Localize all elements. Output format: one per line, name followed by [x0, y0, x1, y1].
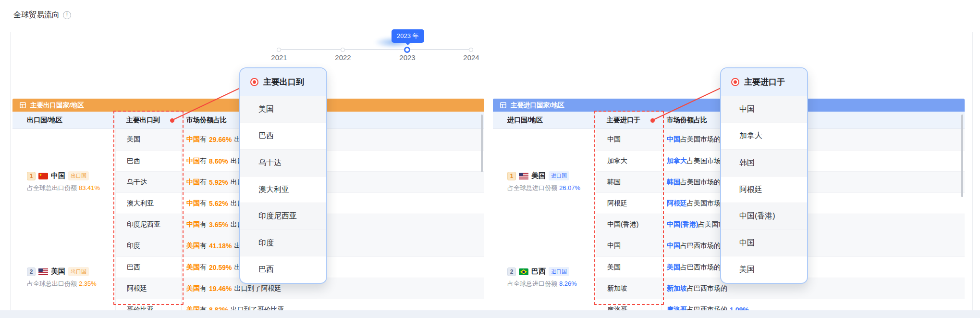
share-pct: 5.62%	[209, 200, 228, 207]
popup-item[interactable]: 中国	[721, 229, 807, 256]
share-cell: 阿根廷占美国市场的	[662, 193, 965, 214]
import-popup-items: 中国加拿大韩国阿根廷中国(香港)中国美国	[721, 96, 807, 283]
popup-item[interactable]: 中国	[721, 96, 807, 123]
share-mid: 占美国市场的	[680, 178, 721, 187]
table-icon	[19, 102, 26, 109]
import-from-column-highlight	[594, 111, 664, 305]
share-country: 美国	[186, 305, 200, 311]
share-pct: 1.09%	[730, 306, 749, 311]
country-name: 中国	[51, 171, 65, 180]
share-country: 阿根廷	[667, 199, 687, 208]
share-mid: 有	[200, 305, 207, 311]
share-cell: 中国占巴西市场的	[662, 235, 965, 256]
country-role-tag: 进口国	[549, 267, 569, 276]
share-cell: 中国(香港)占美国市场的	[662, 214, 965, 235]
popup-item[interactable]: 印度	[240, 229, 326, 256]
export-popup-header: 主要出口到	[240, 68, 326, 96]
share-mid: 占巴西市场的	[680, 242, 721, 250]
popup-item[interactable]: 美国	[721, 256, 807, 283]
share-cell: 中国有29.66%出口到了美国	[182, 129, 484, 150]
share-tail: 出口到了阿根廷	[234, 284, 281, 293]
share-mid: 有	[200, 220, 207, 229]
share-country: 韩国	[667, 178, 680, 187]
share-country: 摩洛哥	[667, 305, 687, 311]
year-slider-track[interactable]	[279, 49, 471, 50]
year-dot-2022[interactable]	[341, 48, 345, 52]
flag-icon-br	[519, 268, 528, 275]
share-cell: 新加坡占巴西市场的	[662, 278, 965, 299]
share-mid: 有	[200, 157, 207, 165]
share-cell: 中国占美国市场的	[662, 129, 965, 150]
share-country: 美国	[186, 242, 200, 250]
year-tooltip: 2023 年	[392, 29, 424, 43]
export-to-column-highlight	[113, 111, 184, 305]
year-dot-2021[interactable]	[277, 48, 281, 52]
flag-icon-us	[519, 173, 528, 179]
share-cell: 美国占巴西市场的	[662, 257, 965, 278]
year-label-2023[interactable]: 2023	[388, 53, 427, 62]
share-country: 中国(香港)	[667, 220, 698, 229]
import-popup-header: 主要进口于	[721, 68, 807, 96]
popup-item[interactable]: 澳大利亚	[240, 176, 326, 203]
share-mid: 占巴西市场的	[687, 284, 727, 293]
popup-item[interactable]: 加拿大	[721, 123, 807, 150]
share-mid: 有	[200, 263, 207, 272]
country-cell: 2巴西进口国占全球总进口份额8.26%	[493, 235, 596, 310]
export-table-scrollbar[interactable]	[481, 114, 483, 172]
rank-badge: 2	[507, 267, 516, 276]
popup-item[interactable]: 阿根廷	[721, 176, 807, 203]
export-to-popup: 主要出口到 美国巴西乌干达澳大利亚印度尼西亚印度巴西	[239, 67, 327, 284]
year-label-2022[interactable]: 2022	[324, 53, 362, 62]
share-cell: 韩国占美国市场的	[662, 172, 965, 192]
share-country: 中国	[186, 178, 200, 187]
year-dot-2023-active[interactable]	[404, 47, 410, 53]
share-country: 中国	[186, 220, 200, 229]
popup-item[interactable]: 巴西	[240, 256, 326, 283]
share-tail: 出口到了哥伦比亚	[231, 305, 284, 311]
table-icon	[500, 102, 507, 109]
rank-badge: 1	[507, 172, 516, 180]
col-market-share: 市场份额占比	[662, 116, 965, 125]
popup-item[interactable]: 巴西	[240, 123, 326, 150]
share-cell: 美国有41.18%出口到了印度	[182, 235, 484, 256]
import-table-scrollbar[interactable]	[961, 114, 963, 197]
share-country: 中国	[667, 242, 680, 250]
country-cell: 2美国出口国占全球总出口份额2.35%	[12, 235, 115, 310]
page-bottom-strip	[0, 310, 980, 318]
popup-item[interactable]: 美国	[240, 96, 326, 123]
import-from-popup: 主要进口于 中国加拿大韩国阿根廷中国(香港)中国美国	[720, 67, 808, 284]
share-pct: 19.46%	[209, 285, 232, 293]
share-cell: 美国有19.46%出口到了阿根廷	[182, 278, 484, 299]
info-icon[interactable]: !	[63, 11, 71, 19]
rank-badge: 1	[27, 172, 36, 180]
share-mid: 有	[200, 242, 207, 250]
global-share-text: 占全球总出口份额2.35%	[27, 280, 115, 288]
trade-flow-page: 全球贸易流向 ! 2021 2022 2023 2024 2023 年 主要出口…	[0, 0, 980, 318]
country-role-tag: 进口国	[549, 171, 569, 180]
year-dot-2024[interactable]	[469, 48, 473, 52]
share-country: 中国	[186, 199, 200, 208]
popup-item[interactable]: 印度尼西亚	[240, 203, 326, 229]
share-country: 中国	[667, 135, 680, 144]
global-share-text: 占全球总进口份额8.26%	[507, 280, 596, 288]
popup-item[interactable]: 乌干达	[240, 149, 326, 176]
popup-item[interactable]: 中国(香港)	[721, 203, 807, 229]
country-cell: 1美国进口国占全球总进口份额26.07%	[493, 129, 596, 235]
global-share-pct: 2.35%	[79, 280, 97, 287]
share-mid: 有	[200, 178, 207, 187]
country-name: 巴西	[531, 267, 546, 276]
popup-item[interactable]: 韩国	[721, 149, 807, 176]
share-cell: 加拿大占美国市场的	[662, 151, 965, 171]
flag-icon-us	[38, 268, 48, 275]
share-cell: 中国有5.92%出口到了乌干达	[182, 172, 484, 192]
global-share-pct: 83.41%	[79, 184, 100, 191]
share-pct: 8.82%	[209, 306, 228, 311]
global-share-pct: 8.26%	[559, 280, 577, 287]
country-name: 美国	[531, 171, 546, 180]
page-title: 全球贸易流向 !	[13, 10, 71, 20]
share-cell: 中国有5.62%出口到了澳大利亚	[182, 193, 484, 214]
country-cell: 1中国出口国占全球总出口份额83.41%	[12, 129, 115, 235]
year-label-2024[interactable]: 2024	[452, 53, 490, 62]
share-country: 加拿大	[667, 157, 687, 165]
year-label-2021[interactable]: 2021	[260, 53, 298, 62]
